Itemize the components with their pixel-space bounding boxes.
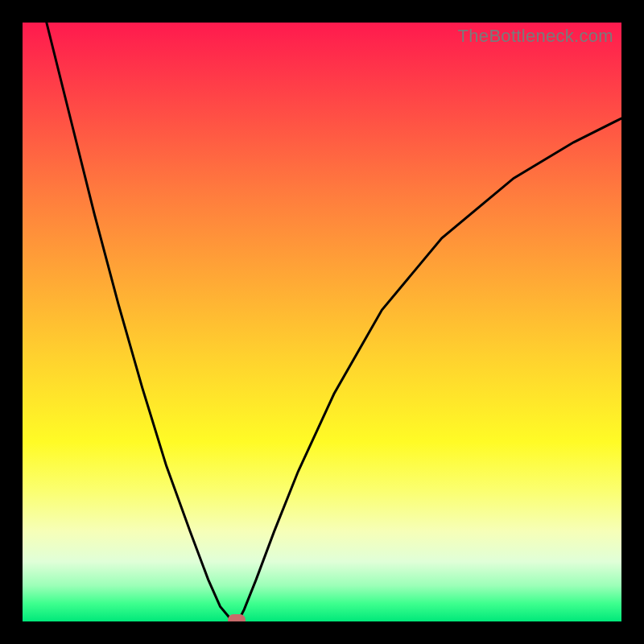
minimum-marker bbox=[228, 614, 246, 621]
bottleneck-curve bbox=[23, 23, 621, 621]
curve-path bbox=[47, 23, 621, 621]
chart-frame: TheBottleneck.com bbox=[0, 0, 644, 644]
chart-plot-area: TheBottleneck.com bbox=[23, 23, 621, 621]
watermark-text: TheBottleneck.com bbox=[458, 26, 613, 47]
